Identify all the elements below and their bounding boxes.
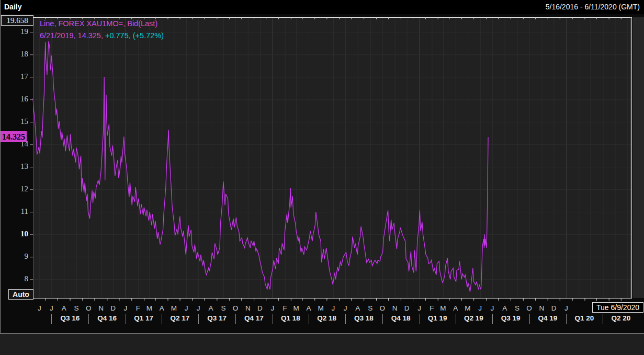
month-label-2019-08: A: [501, 304, 509, 312]
month-label-2017-01: J: [121, 304, 130, 312]
month-label-2019-10: O: [525, 304, 534, 312]
quarter-label-Q3-17: Q3 17: [200, 314, 234, 322]
y-tick-label-10: 10: [1, 230, 28, 238]
quarter-separator: [235, 314, 236, 324]
quarter-separator: [162, 314, 162, 324]
y-tick-label-15: 15: [1, 117, 28, 126]
quarter-separator: [51, 314, 52, 324]
month-label-2019-06: J: [476, 304, 484, 312]
month-label-2016-06: J: [35, 304, 43, 312]
quarter-label-Q4-16: Q4 16: [91, 314, 124, 322]
series-legend: Line, FOREX XAU1MO=, Bid(Last) 6/21/2019…: [40, 18, 164, 42]
quarter-label-Q3-16: Q3 16: [53, 314, 87, 322]
quarter-separator: [88, 314, 89, 324]
cursor-date-box[interactable]: Tue 6/9/2020: [592, 302, 643, 313]
month-label-2017-11: N: [244, 304, 252, 312]
month-label-2017-04: A: [157, 304, 166, 312]
auto-scale-button[interactable]: Auto: [8, 289, 33, 300]
month-label-2019-03: M: [439, 304, 447, 312]
quarter-separator: [273, 314, 273, 324]
month-label-2019-12: D: [550, 304, 558, 312]
month-label-2019-04: A: [451, 304, 460, 312]
y-tick-label-8: 8: [1, 274, 28, 283]
month-label-2018-07: J: [341, 304, 349, 312]
window-left-border: [0, 0, 1, 334]
quarter-separator: [420, 314, 420, 324]
month-label-2020-01: J: [562, 304, 570, 312]
month-label-2018-08: A: [354, 304, 362, 312]
y-tick-label-9: 9: [1, 252, 28, 261]
quarter-separator: [456, 314, 456, 324]
month-label-2019-05: M: [464, 304, 472, 312]
quarter-label-Q1-19: Q1 19: [421, 314, 454, 322]
y-tick-label-16: 16: [1, 95, 28, 104]
month-label-2019-02: F: [427, 304, 436, 312]
month-label-2018-06: J: [329, 304, 337, 312]
month-label-2018-03: M: [292, 304, 300, 312]
bottom-band: THOMSON REUTERS: [0, 334, 644, 355]
legend-date-value-text: 6/21/2019, 14.325,: [40, 31, 103, 40]
month-label-2018-04: A: [304, 304, 313, 312]
quarter-label-Q4-18: Q4 18: [384, 314, 417, 322]
y-tick-label-18: 18: [1, 50, 28, 59]
quarter-separator: [382, 314, 383, 324]
month-label-2018-01: J: [268, 304, 277, 312]
month-label-2016-11: N: [97, 304, 105, 312]
scale-top-value-box[interactable]: 19.658: [1, 15, 33, 26]
month-label-2018-02: F: [281, 304, 289, 312]
quarter-label-Q4-19: Q4 19: [531, 314, 564, 322]
legend-change-text: +0.775, (+5.72%): [105, 31, 164, 40]
month-label-2016-10: O: [84, 304, 93, 312]
quarter-separator: [309, 314, 309, 324]
quarter-separator: [126, 314, 126, 324]
quarter-separator: [529, 314, 530, 324]
month-label-2019-11: N: [537, 304, 546, 312]
quarter-label-Q2-20: Q2 20: [604, 314, 638, 322]
quarter-label-Q1-17: Q1 17: [127, 314, 161, 322]
quarter-separator: [492, 314, 493, 324]
y-tick-label-17: 17: [1, 72, 28, 81]
quarter-label-Q2-17: Q2 17: [163, 314, 197, 322]
month-label-2017-12: D: [256, 304, 264, 312]
month-label-2017-10: O: [231, 304, 240, 312]
month-label-2017-07: J: [194, 304, 202, 312]
month-label-2019-01: J: [415, 304, 424, 312]
quarter-label-Q3-18: Q3 18: [347, 314, 380, 322]
y-tick-label-19: 19: [1, 27, 28, 36]
quarter-separator: [566, 314, 567, 324]
month-label-2019-09: S: [513, 304, 522, 312]
month-label-2018-09: S: [366, 304, 375, 312]
month-label-2016-09: S: [72, 304, 81, 312]
month-label-2016-08: A: [60, 304, 68, 312]
month-label-2016-07: J: [47, 304, 55, 312]
month-label-2018-12: D: [403, 304, 411, 312]
month-label-2018-11: N: [391, 304, 399, 312]
quarter-separator: [198, 314, 199, 324]
quarter-separator: [345, 314, 346, 324]
quarter-label-Q1-18: Q1 18: [274, 314, 307, 322]
month-label-2017-09: S: [219, 304, 228, 312]
month-label-2017-02: F: [134, 304, 142, 312]
y-tick-label-11: 11: [1, 207, 28, 216]
month-label-2017-06: J: [182, 304, 190, 312]
quarter-label-Q1-20: Q1 20: [568, 314, 601, 322]
month-label-2017-03: M: [145, 304, 153, 312]
legend-series-text: Line, FOREX XAU1MO=, Bid(Last): [40, 19, 157, 28]
month-label-2016-12: D: [109, 304, 117, 312]
quarter-label-Q4-17: Q4 17: [237, 314, 270, 322]
month-label-2017-08: A: [207, 304, 215, 312]
quarter-label-Q2-19: Q2 19: [457, 314, 490, 322]
month-label-2019-07: J: [488, 304, 496, 312]
legend-series-line[interactable]: Line, FOREX XAU1MO=, Bid(Last): [40, 18, 164, 30]
plot-area[interactable]: [33, 17, 631, 298]
last-price-tag[interactable]: 14.325: [1, 131, 27, 142]
plot-right-gutter: [632, 17, 644, 298]
month-label-2017-05: M: [170, 304, 178, 312]
quarter-label-Q2-18: Q2 18: [310, 314, 344, 322]
y-tick-label-13: 13: [1, 162, 28, 171]
chart-application-window: { "header": { "timeframe": "Daily", "dat…: [0, 0, 644, 355]
y-tick-label-12: 12: [1, 185, 28, 193]
legend-value-line[interactable]: 6/21/2019, 14.325, +0.775, (+5.72%): [40, 30, 164, 42]
quarter-label-Q3-19: Q3 19: [494, 314, 527, 322]
chart-canvas[interactable]: [0, 0, 644, 355]
